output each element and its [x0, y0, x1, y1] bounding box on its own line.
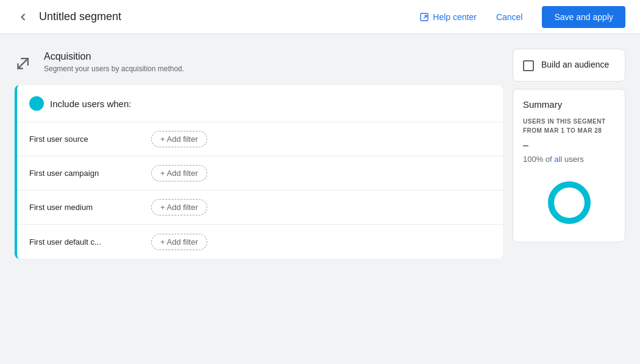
svg-line-1 — [424, 15, 427, 18]
cancel-button[interactable]: Cancel — [486, 7, 533, 27]
save-apply-button[interactable]: Save and apply — [542, 6, 625, 28]
summary-users-label: USERS IN THIS SEGMENT FROM MAR 1 TO MAR … — [523, 117, 615, 135]
donut-chart-container — [523, 173, 615, 232]
right-panel: Build an audience Summary USERS IN THIS … — [513, 49, 625, 349]
build-audience-card: Build an audience — [513, 49, 625, 82]
build-audience-checkbox[interactable] — [523, 60, 534, 71]
filter-name-0: First user source — [29, 135, 151, 144]
header: Untitled segment Help center Cancel Save… — [0, 0, 640, 34]
filter-name-1: First user campaign — [29, 169, 151, 178]
teal-circle-icon — [29, 96, 44, 111]
summary-percent: 100% of all users — [523, 155, 615, 164]
header-actions: Help center Cancel Save and apply — [419, 6, 625, 28]
add-filter-button-1[interactable]: + Add filter — [151, 165, 207, 181]
all-users-link[interactable]: all — [554, 155, 562, 164]
page-title: Untitled segment — [39, 10, 412, 23]
summary-card: Summary USERS IN THIS SEGMENT FROM MAR 1… — [513, 89, 625, 242]
back-button[interactable] — [15, 9, 32, 26]
summary-title: Summary — [523, 99, 615, 110]
acquisition-description: Segment your users by acquisition method… — [44, 65, 184, 73]
add-filter-button-2[interactable]: + Add filter — [151, 199, 207, 215]
summary-dash: – — [523, 140, 615, 151]
add-filter-button-3[interactable]: + Add filter — [151, 234, 207, 250]
build-audience-label: Build an audience — [541, 59, 609, 71]
donut-chart — [545, 178, 594, 227]
acquisition-text: Acquisition Segment your users by acquis… — [44, 51, 184, 73]
help-center-label: Help center — [433, 12, 477, 22]
filter-name-3: First user default c... — [29, 237, 151, 247]
svg-line-2 — [21, 58, 28, 66]
table-row: First user medium + Add filter — [17, 191, 503, 225]
add-filter-button-0[interactable]: + Add filter — [151, 131, 207, 147]
include-label: Include users when: — [50, 99, 131, 109]
acquisition-icon — [15, 52, 34, 72]
left-panel: Acquisition Segment your users by acquis… — [15, 49, 503, 349]
acquisition-header: Acquisition Segment your users by acquis… — [15, 49, 503, 75]
table-row: First user source + Add filter — [17, 122, 503, 156]
help-center-link[interactable]: Help center — [419, 12, 477, 22]
main-content: Acquisition Segment your users by acquis… — [0, 34, 640, 364]
acquisition-title: Acquisition — [44, 51, 184, 62]
table-row: First user default c... + Add filter — [17, 225, 503, 259]
include-header: Include users when: — [17, 85, 503, 122]
svg-point-5 — [551, 184, 588, 221]
table-row: First user campaign + Add filter — [17, 156, 503, 191]
filter-name-2: First user medium — [29, 203, 151, 212]
segment-card: Include users when: First user source + … — [15, 85, 503, 259]
